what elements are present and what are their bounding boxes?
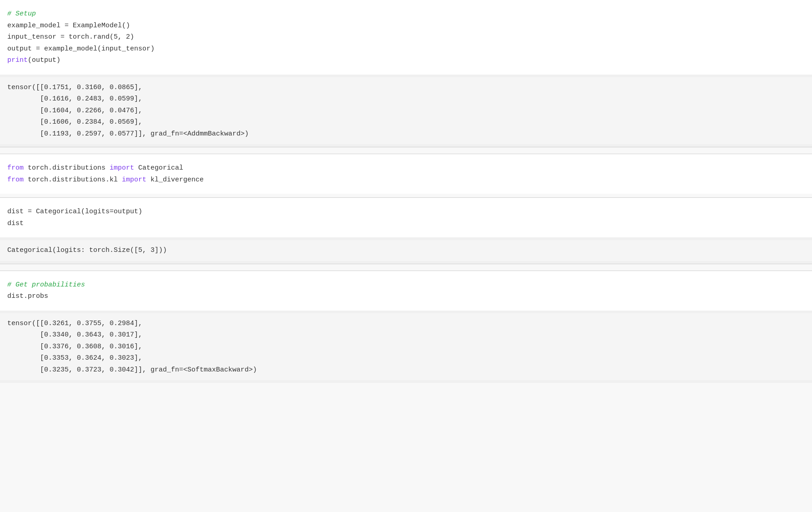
code-module-1: torch.distributions [24, 164, 110, 172]
section-divider-3 [0, 264, 812, 271]
cell-import-code[interactable]: from torch.distributions import Categori… [0, 154, 812, 194]
code-block-imports: from torch.distributions import Categori… [0, 158, 812, 190]
code-keyword-print: print [7, 56, 28, 64]
code-line-model: example_model = ExampleModel() [7, 22, 130, 30]
code-dist-probs: dist.probs [7, 292, 48, 300]
output-block-setup: tensor([[0.1751, 0.3160, 0.0865], [0.161… [0, 77, 812, 145]
output-block-dist: Categorical(logits: torch.Size([5, 3])) [0, 240, 812, 261]
code-dist-assign: dist = Categorical(logits=output) dist [7, 208, 142, 227]
code-line-output-assign: output = example_model(input_tensor) [7, 45, 155, 53]
comment-probs: # Get probabilities [7, 281, 85, 289]
cell-setup-code[interactable]: # Setup example_model = ExampleModel() i… [0, 0, 812, 75]
keyword-import-2: import [122, 176, 146, 184]
code-line-input: input_tensor = torch.rand(5, 2) [7, 33, 134, 41]
notebook: # Setup example_model = ExampleModel() i… [0, 0, 812, 383]
code-print-arg: (output) [28, 56, 60, 64]
code-name-2: kl_divergence [146, 176, 204, 184]
cell-setup-output: tensor([[0.1751, 0.3160, 0.0865], [0.161… [0, 75, 812, 147]
cell-probs-code[interactable]: # Get probabilities dist.probs [0, 271, 812, 311]
code-block-dist: dist = Categorical(logits=output) dist [0, 201, 812, 234]
keyword-from-1: from [7, 164, 24, 172]
code-block-probs: # Get probabilities dist.probs [0, 275, 812, 307]
output-block-probs: tensor([[0.3261, 0.3755, 0.2984], [0.334… [0, 313, 812, 381]
comment-setup: # Setup [7, 10, 36, 18]
code-module-2: torch.distributions.kl [24, 176, 122, 184]
keyword-from-2: from [7, 176, 24, 184]
code-block-setup: # Setup example_model = ExampleModel() i… [0, 4, 812, 71]
section-divider-1 [0, 147, 812, 154]
cell-probs-output: tensor([[0.3261, 0.3755, 0.2984], [0.334… [0, 311, 812, 383]
code-name-1: Categorical [134, 164, 183, 172]
gap-after-imports [0, 194, 812, 197]
keyword-import-1: import [110, 164, 134, 172]
cell-dist-code[interactable]: dist = Categorical(logits=output) dist [0, 198, 812, 237]
cell-dist-output: Categorical(logits: torch.Size([5, 3])) [0, 237, 812, 264]
